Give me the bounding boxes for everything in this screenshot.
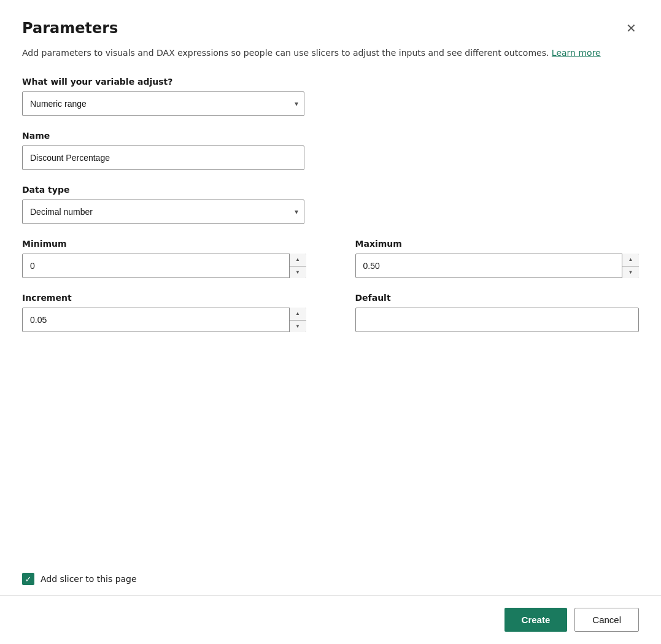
maximum-decrement-button[interactable]: ▼: [622, 266, 639, 279]
maximum-spinner-wrapper: ▲ ▼: [355, 254, 640, 278]
dialog-spacer: [22, 347, 639, 457]
close-button[interactable]: ✕: [624, 20, 639, 37]
minimum-spinner-wrapper: ▲ ▼: [22, 254, 306, 278]
maximum-increment-button[interactable]: ▲: [622, 254, 639, 266]
default-field-group: Default: [355, 293, 640, 332]
min-max-row: Minimum ▲ ▼ Maximum ▲ ▼: [22, 239, 639, 278]
minimum-decrement-button[interactable]: ▼: [290, 266, 306, 279]
close-icon: ✕: [626, 22, 636, 34]
checkmark-icon: ✓: [25, 575, 32, 583]
maximum-label: Maximum: [355, 239, 640, 249]
minimum-increment-button[interactable]: ▲: [290, 254, 306, 266]
dialog-footer: Create Cancel: [0, 596, 661, 644]
dialog-title: Parameters: [22, 20, 118, 37]
increment-decrement-button[interactable]: ▼: [290, 320, 306, 333]
maximum-field-group: Maximum ▲ ▼: [355, 239, 640, 278]
increment-spinner-buttons: ▲ ▼: [289, 308, 306, 332]
variable-select-wrapper: Numeric range Field ▾: [22, 91, 304, 116]
name-label: Name: [22, 131, 639, 141]
increment-label: Increment: [22, 293, 306, 303]
maximum-input[interactable]: [355, 254, 640, 278]
datatype-select-wrapper: Decimal number Whole number Text Boolean…: [22, 200, 304, 224]
add-slicer-label: Add slicer to this page: [41, 574, 137, 584]
datatype-field-group: Data type Decimal number Whole number Te…: [22, 185, 639, 224]
increment-spinner-wrapper: ▲ ▼: [22, 308, 306, 332]
name-field-group: Name: [22, 131, 639, 170]
dialog-header: Parameters ✕: [22, 20, 639, 37]
minimum-spinner-buttons: ▲ ▼: [289, 254, 306, 278]
variable-field-group: What will your variable adjust? Numeric …: [22, 77, 639, 116]
datatype-select[interactable]: Decimal number Whole number Text Boolean: [22, 200, 304, 224]
description-text: Add parameters to visuals and DAX expres…: [22, 47, 639, 60]
minimum-field-group: Minimum ▲ ▼: [22, 239, 306, 278]
add-slicer-checkbox[interactable]: ✓: [22, 573, 34, 585]
datatype-label: Data type: [22, 185, 639, 195]
default-input[interactable]: [355, 308, 640, 332]
increment-field-group: Increment ▲ ▼: [22, 293, 306, 332]
learn-more-link[interactable]: Learn more: [552, 48, 601, 58]
name-input[interactable]: [22, 145, 304, 170]
minimum-label: Minimum: [22, 239, 306, 249]
increment-increment-button[interactable]: ▲: [290, 308, 306, 320]
variable-select[interactable]: Numeric range Field: [22, 91, 304, 116]
checkbox-row: ✓ Add slicer to this page: [0, 563, 661, 595]
create-button[interactable]: Create: [504, 608, 568, 632]
cancel-button[interactable]: Cancel: [574, 608, 639, 632]
increment-input[interactable]: [22, 308, 306, 332]
increment-default-row: Increment ▲ ▼ Default: [22, 293, 639, 332]
default-label: Default: [355, 293, 640, 303]
parameters-dialog: Parameters ✕ Add parameters to visuals a…: [0, 0, 661, 644]
maximum-spinner-buttons: ▲ ▼: [622, 254, 639, 278]
dialog-body: Parameters ✕ Add parameters to visuals a…: [0, 0, 661, 563]
description-main: Add parameters to visuals and DAX expres…: [22, 48, 549, 58]
variable-label: What will your variable adjust?: [22, 77, 639, 87]
minimum-input[interactable]: [22, 254, 306, 278]
